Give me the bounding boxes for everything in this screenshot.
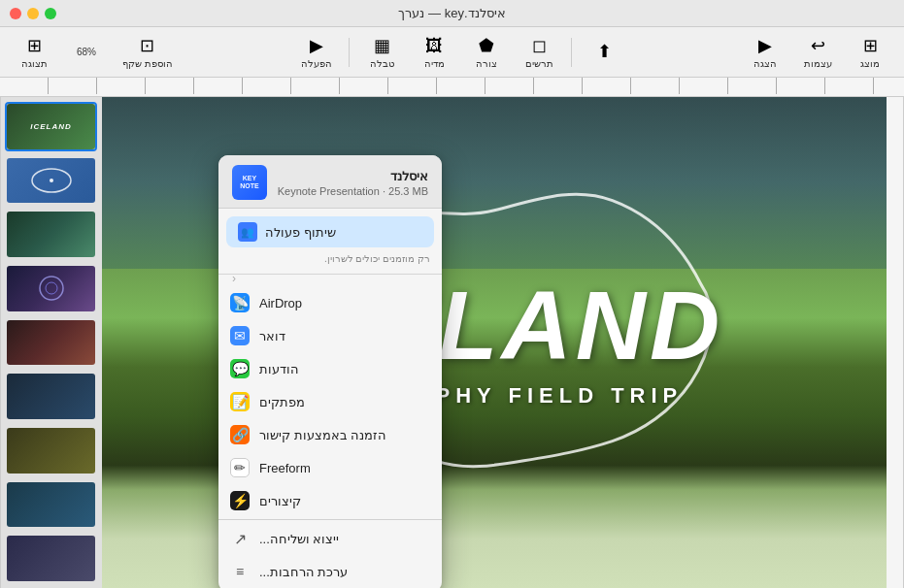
freeform-label: Freeform [259, 461, 311, 475]
slide-preview-6 [7, 374, 95, 419]
toolbar: ⊞ מוצג ↩ עצמות ▶ הצגה ⬆ ◻ תרשים ⬟ צורה 🖼… [0, 27, 904, 78]
toolbar-upload[interactable]: ⬆ [580, 37, 628, 68]
toolbar-table[interactable]: ▦ טבלה [357, 31, 406, 73]
share-divider-1 [218, 519, 442, 520]
slide-thumb-5[interactable]: 5 [5, 318, 97, 368]
toolbar-zoom[interactable]: 68% [62, 43, 111, 61]
back-arrow-row: ‹ [218, 275, 442, 282]
window-title: איסלנד.key — נערך [398, 6, 505, 20]
shape-icon: ⬟ [479, 35, 494, 56]
slide-4-diagram [27, 272, 76, 306]
slide-thumb-1[interactable]: 1 ICELAND [5, 102, 97, 151]
toolbar-media[interactable]: 🖼 מדיה [410, 32, 458, 73]
export-label: ייצוא ושליחה... [259, 532, 339, 546]
reminders-label: הזמנה באמצעות קישור [259, 428, 386, 442]
menu-item-freeform[interactable]: Freeform ✏ [218, 451, 442, 484]
freeform-icon-glyph: ✏ [234, 460, 246, 475]
slide-thumb-8[interactable]: 8 [5, 480, 97, 530]
canvas-area[interactable]: ICELAND GEOGRAPHY FIELD TRIP איסלנד Keyn… [102, 97, 887, 588]
messages-label: הודעות [259, 362, 299, 376]
window-controls [10, 8, 56, 19]
slide-preview-5 [7, 320, 95, 366]
menu-item-notes[interactable]: מפתקים 📝 [218, 385, 442, 418]
undo-label: עצמות [804, 58, 832, 69]
table-icon: ▦ [374, 35, 390, 56]
toolbar-separator-1 [571, 38, 572, 67]
play-icon: ▶ [758, 35, 772, 56]
slide-thumb-6[interactable]: 6 [5, 372, 97, 421]
navigator-icon: ⊞ [863, 35, 878, 56]
menu-item-shortcuts[interactable]: קיצורים ⚡ [218, 484, 442, 517]
collaborate-label: שיתוף פעולה [265, 225, 336, 240]
toolbar-right-group: ⊞ מוצג ↩ עצמות ▶ הצגה [741, 31, 894, 73]
slide-preview-4 [7, 266, 95, 311]
notes-icon-glyph: 📝 [232, 394, 249, 409]
toolbar-shapes[interactable]: ◻ תרשים [515, 31, 563, 73]
menu-item-more[interactable]: ערכת הרחבות... ≡ [218, 555, 442, 588]
shortcuts-label: קיצורים [259, 494, 301, 508]
toolbar-navigator[interactable]: ⊞ מוצג [846, 31, 894, 73]
mail-icon-glyph: ✉ [234, 328, 246, 343]
slide-preview-9 [7, 536, 95, 581]
play-label: הצגה [753, 58, 777, 69]
keynote-icon-text: KEYNOTE [240, 175, 258, 191]
toolbar-center-group: ⬆ ◻ תרשים ⬟ צורה 🖼 מדיה ▦ טבלה ▶ הפעלה [292, 31, 628, 73]
shortcuts-icon: ⚡ [230, 491, 250, 510]
share-file-type: Keynote Presentation [278, 185, 380, 197]
slide-thumb-9[interactable]: 9 [5, 534, 97, 583]
slide-thumb-3[interactable]: 3 [5, 210, 97, 259]
more-icon: ≡ [230, 562, 250, 581]
mail-icon: ✉ [230, 326, 250, 345]
menu-item-airdrop[interactable]: AirDrop 📡 [218, 286, 442, 319]
share-popup-header: איסלנד Keynote Presentation · 25.3 MB KE… [218, 155, 442, 209]
airdrop-icon-glyph: 📡 [232, 295, 249, 310]
format-icon: ⊡ [140, 35, 154, 56]
share-file-meta: Keynote Presentation · 25.3 MB [278, 185, 428, 197]
zoom-label: 68% [77, 47, 96, 57]
reminders-icon-glyph: 🔗 [232, 427, 249, 442]
toolbar-present[interactable]: ▶ הפעלה [292, 31, 341, 73]
maximize-button[interactable] [45, 8, 56, 19]
slide-thumb-2[interactable]: 2 [5, 156, 97, 206]
messages-icon-glyph: 💬 [232, 361, 249, 376]
collaborate-icon-glyph: 👥 [241, 226, 254, 239]
table-label: טבלה [370, 58, 394, 69]
reminders-icon: 🔗 [230, 425, 250, 444]
toolbar-view[interactable]: ⊞ תצוגה [10, 31, 58, 73]
slide-1-text: ICELAND [30, 122, 72, 131]
slide-preview-3 [7, 212, 95, 257]
toolbar-shape[interactable]: ⬟ צורה [462, 31, 511, 73]
menu-item-messages[interactable]: הודעות 💬 [218, 352, 442, 385]
share-menu-list: AirDrop 📡 דואר ✉ הודעות 💬 [218, 282, 442, 588]
freeform-icon: ✏ [230, 458, 250, 477]
title-bar: איסלנד.key — נערך [0, 0, 904, 27]
toolbar-play[interactable]: ▶ הצגה [741, 31, 789, 73]
notes-icon: 📝 [230, 392, 250, 411]
share-action-section: שיתוף פעולה 👥 רק מוזמנים יכולים לשרוין. [218, 209, 442, 275]
menu-item-mail[interactable]: דואר ✉ [218, 319, 442, 352]
close-button[interactable] [10, 8, 21, 19]
upload-icon: ⬆ [597, 41, 612, 62]
toolbar-format[interactable]: ⊡ הוספת שקף [115, 31, 181, 73]
minimize-button[interactable] [27, 8, 39, 19]
toolbar-left-group: ⊡ הוספת שקף 68% ⊞ תצוגה [10, 31, 181, 73]
navigator-label: מוצג [860, 58, 880, 69]
messages-icon: 💬 [230, 359, 250, 378]
airdrop-icon: 📡 [230, 293, 250, 312]
slide-preview-2 [7, 158, 95, 204]
collaborate-button[interactable]: שיתוף פעולה 👥 [226, 216, 434, 247]
shortcuts-icon-glyph: ⚡ [232, 493, 249, 508]
shapes-label: תרשים [525, 58, 553, 69]
media-label: מדיה [424, 58, 445, 69]
menu-item-export[interactable]: ייצוא ושליחה... ↗ [218, 522, 442, 555]
share-file-name: איסלנד [278, 169, 428, 183]
menu-item-reminders[interactable]: הזמנה באמצעות קישור 🔗 [218, 418, 442, 451]
toolbar-undo[interactable]: ↩ עצמות [793, 31, 842, 73]
slide-thumb-7[interactable]: 7 [5, 426, 97, 475]
slide-panel: 1 ICELAND 2 3 4 [0, 97, 102, 588]
share-popup: איסלנד Keynote Presentation · 25.3 MB KE… [218, 155, 442, 588]
notes-label: מפתקים [259, 395, 305, 409]
airdrop-label: AirDrop [259, 296, 302, 310]
slide-thumb-4[interactable]: 4 [5, 264, 97, 313]
shapes-icon: ◻ [532, 35, 547, 56]
